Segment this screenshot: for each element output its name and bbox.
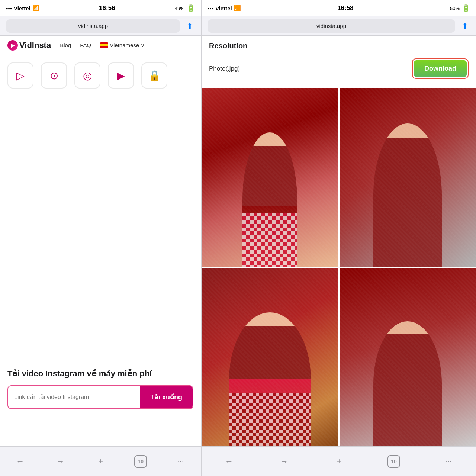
resolution-label: Photo(.jpg): [209, 65, 240, 73]
photo-item-1: [202, 88, 338, 267]
add-tab-button-right[interactable]: +: [332, 455, 346, 468]
signal-icon-right: ▪▪▪: [208, 5, 213, 12]
wifi-icon-left: 📶: [32, 5, 39, 12]
bottom-bar-right: ← → + 10 ···: [202, 446, 476, 476]
search-button[interactable]: Tải xuống: [140, 386, 193, 408]
more-button-right[interactable]: ···: [442, 455, 455, 468]
browser-bar-left: vidinsta.app ⬆: [0, 16, 201, 36]
logo-icon: ▶: [7, 40, 18, 51]
battery-percent-left: 49%: [175, 6, 184, 11]
url-bar-right[interactable]: vidinsta.app: [208, 19, 455, 33]
search-input[interactable]: [8, 386, 140, 408]
logo[interactable]: ▶ VidInsta: [7, 40, 51, 51]
download-button[interactable]: Download: [414, 60, 467, 77]
logo-text: VidInsta: [19, 41, 51, 50]
lock-tool-icon[interactable]: 🔒: [141, 62, 167, 89]
status-right-left: 49% 🔋: [175, 4, 195, 12]
battery-icon-right: 🔋: [462, 4, 470, 12]
left-panel: ▪▪▪ Viettel 📶 16:56 49% 🔋 vidinsta.app ⬆…: [0, 0, 201, 476]
forward-button-right[interactable]: →: [277, 455, 291, 468]
back-button-left[interactable]: ←: [13, 455, 27, 468]
back-button-right[interactable]: ←: [222, 455, 236, 468]
share-button-right[interactable]: ⬆: [460, 21, 470, 31]
main-title: Tải video Instagram về máy miễn phí: [7, 369, 193, 379]
search-box: Tải xuống: [7, 385, 193, 409]
tab-count-left[interactable]: 10: [134, 455, 147, 468]
status-carrier-right: ▪▪▪ Viettel 📶: [208, 5, 241, 12]
photo-grid: [202, 88, 476, 446]
more-button-left[interactable]: ···: [174, 455, 187, 468]
record-tool-icon[interactable]: ◎: [74, 62, 100, 89]
battery-icon-left: 🔋: [187, 4, 195, 12]
status-bar-left: ▪▪▪ Viettel 📶 16:56 49% 🔋: [0, 0, 201, 16]
share-button-left[interactable]: ⬆: [184, 21, 195, 31]
nav-left: ▶ VidInsta Blog FAQ Vietnamese ∨: [0, 36, 201, 55]
nav-faq[interactable]: FAQ: [80, 42, 91, 48]
url-text-left: vidinsta.app: [78, 23, 108, 29]
chevron-down-icon: ∨: [141, 42, 145, 49]
url-text-right: vidinsta.app: [316, 23, 346, 29]
status-carrier-left: ▪▪▪ Viettel 📶: [6, 5, 39, 12]
time-left: 16:56: [99, 4, 115, 12]
signal-icon: ▪▪▪: [6, 5, 12, 12]
photo-item-4: [340, 268, 476, 447]
status-bar-right: ▪▪▪ Viettel 📶 16:58 50% 🔋: [202, 0, 476, 16]
icon-toolbar: ▷ ⊙ ◎ ▶ 🔒: [0, 55, 201, 89]
add-tab-button-left[interactable]: +: [94, 455, 107, 468]
camera-tool-icon[interactable]: ⊙: [41, 62, 67, 89]
photo-item-2: [340, 88, 476, 267]
right-panel: ▪▪▪ Viettel 📶 16:58 50% 🔋 vidinsta.app ⬆…: [202, 0, 476, 476]
battery-percent-right: 50%: [450, 6, 460, 11]
playlist-tool-icon[interactable]: ▶: [108, 62, 134, 89]
photo-item-3: [202, 268, 338, 447]
nav-language[interactable]: Vietnamese ∨: [100, 42, 145, 49]
resolution-section: Resolution Photo(.jpg) Download: [202, 36, 476, 88]
tab-count-right[interactable]: 10: [387, 455, 400, 468]
resolution-row: Photo(.jpg) Download: [209, 55, 469, 82]
flag-icon: [100, 42, 108, 48]
main-content-left: Tải video Instagram về máy miễn phí Tải …: [0, 89, 201, 446]
language-label: Vietnamese: [110, 42, 139, 48]
resolution-title: Resolution: [209, 42, 469, 50]
video-tool-icon[interactable]: ▷: [7, 62, 33, 89]
url-bar-left[interactable]: vidinsta.app: [6, 19, 180, 33]
carrier-name-right: Viettel: [215, 5, 232, 12]
status-right-right: 50% 🔋: [450, 4, 470, 12]
forward-button-left[interactable]: →: [54, 455, 67, 468]
carrier-name-left: Viettel: [14, 5, 30, 12]
bottom-bar-left: ← → + 10 ···: [0, 446, 201, 476]
wifi-icon-right: 📶: [234, 5, 241, 12]
nav-blog[interactable]: Blog: [60, 42, 71, 48]
time-right: 16:58: [337, 4, 353, 12]
browser-bar-right: vidinsta.app ⬆: [202, 16, 476, 36]
download-btn-wrapper: Download: [412, 58, 469, 79]
